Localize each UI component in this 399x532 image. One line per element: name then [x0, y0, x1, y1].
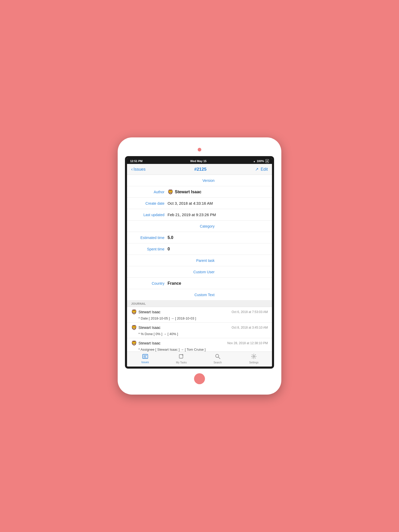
journal-author: 🦁 Stewart Isaac	[131, 325, 161, 330]
create-date-row: Create date Oct 3, 2018 at 4:33:16 AM	[127, 198, 272, 209]
journal-entry: 🦁 Stewart Isaac Oct 8, 2018 at 3:45:10 A…	[127, 323, 272, 338]
parent-task-label: Parent task	[181, 258, 218, 263]
tab-bar: Issues My Tasks	[127, 351, 272, 367]
author-row: Author 🦁 Stewart Isaac	[127, 186, 272, 198]
country-row: Country France	[127, 278, 272, 289]
status-time-date: 12:51 PM	[130, 159, 143, 163]
tab-issues[interactable]: Issues	[136, 354, 154, 364]
journal-entries: 🦁 Stewart Isaac Oct 6, 2018 at 7:53:03 A…	[127, 307, 272, 351]
spent-time-row: Spent time 0	[127, 243, 272, 255]
journal-author-name: Stewart Isaac	[138, 341, 161, 345]
tab-settings-label: Settings	[249, 361, 258, 364]
wifi-icon	[253, 159, 255, 163]
spent-time-label: Spent time	[131, 247, 168, 251]
nav-actions: ↗ Edit	[255, 167, 268, 172]
page-title: #2125	[194, 167, 207, 172]
author-name: Stewart Isaac	[175, 190, 201, 194]
journal-entry-header: 🦁 Stewart Isaac Oct 8, 2018 at 3:45:10 A…	[127, 323, 272, 331]
journal-avatar: 🦁	[131, 340, 137, 346]
journal-author-name: Stewart Isaac	[138, 310, 161, 314]
journal-author-name: Stewart Isaac	[138, 325, 161, 330]
navigation-bar: ‹ Issues #2125 ↗ Edit	[127, 164, 272, 175]
device-frame: 12:51 PM Wed May 15 100% ■ ‹ Issues #212…	[118, 137, 281, 395]
journal-entry-header: 🦁 Stewart Isaac Nov 28, 2018 at 12:38:10…	[127, 338, 272, 347]
version-label: Version	[181, 178, 218, 183]
search-icon	[215, 354, 220, 360]
tab-search[interactable]: Search	[209, 354, 227, 364]
create-date-value: Oct 3, 2018 at 4:33:16 AM	[168, 201, 213, 205]
home-button[interactable]	[194, 373, 205, 384]
my-tasks-icon	[178, 354, 184, 360]
category-label: Category	[181, 224, 218, 228]
country-value: France	[168, 281, 181, 286]
author-label: Author	[131, 190, 168, 194]
custom-text-row: Custom Text	[127, 289, 272, 301]
issues-icon	[142, 354, 148, 360]
journal-header: JOURNAL	[127, 301, 272, 307]
svg-line-6	[218, 357, 220, 359]
estimated-time-row: Estimated time 5.0	[127, 232, 272, 243]
author-avatar: 🦁	[168, 189, 173, 195]
detail-section: Version Author 🦁 Stewart Isaac Create da…	[127, 175, 272, 301]
svg-rect-2	[143, 356, 146, 357]
estimated-time-value: 5.0	[168, 235, 173, 240]
scroll-area[interactable]: Version Author 🦁 Stewart Isaac Create da…	[127, 175, 272, 351]
version-row: Version	[127, 175, 272, 186]
svg-point-7	[253, 356, 255, 357]
spent-time-value: 0	[168, 247, 170, 251]
journal-author: 🦁 Stewart Isaac	[131, 340, 161, 346]
estimated-time-label: Estimated time	[131, 236, 168, 240]
custom-text-label: Custom Text	[181, 293, 218, 297]
custom-user-label: Custom User	[181, 270, 218, 274]
tab-search-label: Search	[214, 361, 222, 364]
back-label: Issues	[134, 167, 145, 172]
svg-rect-3	[143, 357, 147, 358]
svg-rect-1	[143, 355, 147, 356]
parent-task-row: Parent task	[127, 255, 272, 266]
device-screen: 12:51 PM Wed May 15 100% ■ ‹ Issues #212…	[125, 156, 274, 369]
journal-change: * Date [ 2018-10-05 ] → [ 2018-10-03 ]	[127, 316, 272, 322]
journal-entry-header: 🦁 Stewart Isaac Oct 6, 2018 at 7:53:03 A…	[127, 307, 272, 316]
last-updated-value: Feb 21, 2019 at 9:23:26 PM	[168, 212, 216, 217]
journal-change: * % Done [ 0% ] → [ 40% ]	[127, 331, 272, 338]
tab-issues-label: Issues	[141, 361, 149, 364]
back-button[interactable]: ‹ Issues	[131, 167, 145, 172]
last-updated-label: Last updated	[131, 213, 168, 217]
status-date: Wed May 15	[190, 159, 207, 163]
tab-settings[interactable]: Settings	[245, 354, 263, 364]
country-label: Country	[131, 281, 168, 285]
custom-user-row: Custom User	[127, 266, 272, 278]
journal-author: 🦁 Stewart Isaac	[131, 309, 161, 315]
journal-date: Oct 6, 2018 at 7:53:03 AM	[232, 310, 268, 314]
journal-date: Nov 28, 2018 at 12:38:10 PM	[227, 341, 268, 345]
settings-icon	[251, 354, 256, 360]
status-bar: 12:51 PM Wed May 15 100% ■	[127, 158, 272, 164]
journal-avatar: 🦁	[131, 309, 137, 315]
edit-button[interactable]: Edit	[261, 167, 268, 172]
journal-entry: 🦁 Stewart Isaac Nov 28, 2018 at 12:38:10…	[127, 338, 272, 351]
status-right: 100% ■	[253, 159, 269, 163]
create-date-label: Create date	[131, 201, 168, 205]
tab-my-tasks-label: My Tasks	[176, 361, 187, 364]
journal-date: Oct 8, 2018 at 3:45:10 AM	[232, 326, 268, 329]
journal-change: * Assignee [ Stewart Isaac ] → [ Tom Cru…	[127, 347, 272, 351]
top-indicator	[198, 148, 201, 151]
battery-percent: 100%	[257, 159, 264, 163]
journal-entry: 🦁 Stewart Isaac Oct 6, 2018 at 7:53:03 A…	[127, 307, 272, 323]
last-updated-row: Last updated Feb 21, 2019 at 9:23:26 PM	[127, 209, 272, 221]
external-link-icon[interactable]: ↗	[255, 167, 258, 172]
journal-avatar: 🦁	[131, 325, 137, 330]
tab-my-tasks[interactable]: My Tasks	[172, 354, 190, 364]
chevron-left-icon: ‹	[131, 167, 133, 172]
svg-point-5	[216, 354, 219, 357]
battery-icon: ■	[265, 159, 269, 163]
category-row: Category	[127, 221, 272, 232]
